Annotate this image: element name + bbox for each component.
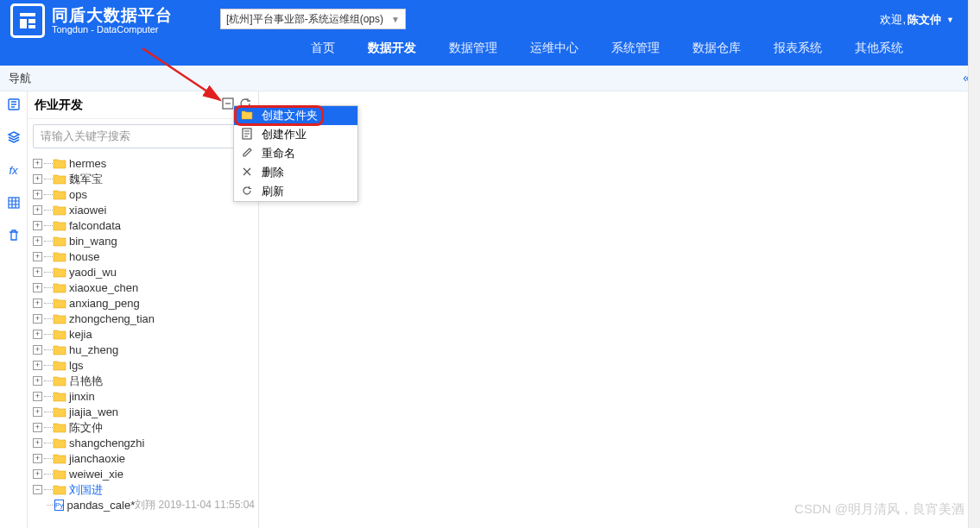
folder-icon <box>53 251 66 262</box>
folder-icon <box>53 267 66 278</box>
sidebar-title-bar: 作业开发 <box>28 91 258 119</box>
tree-folder[interactable]: +jinxin <box>33 388 255 404</box>
collapse-icon[interactable]: − <box>33 485 42 494</box>
tree-folder[interactable]: +xiaowei <box>33 202 255 217</box>
doc-icon <box>241 128 253 142</box>
tree-folder[interactable]: +hermes <box>33 155 255 171</box>
nav-ops-center[interactable]: 运维中心 <box>530 41 579 56</box>
expand-icon[interactable]: + <box>33 252 42 261</box>
folder-icon <box>53 484 66 495</box>
tree-folder[interactable]: +kejia <box>33 326 255 342</box>
tree-file[interactable]: Pypandas_cale* 刘翔 2019-11-04 11:55:04 <box>33 497 255 512</box>
expand-icon[interactable]: + <box>33 283 42 292</box>
ctx-refresh[interactable]: 刷新 <box>234 182 357 201</box>
left-rail: fx <box>0 91 28 528</box>
expand-icon[interactable]: + <box>33 438 42 448</box>
folder-tree: +hermes+魏军宝+ops+xiaowei+falcondata+bin_w… <box>28 154 258 528</box>
folder-icon <box>53 158 66 169</box>
tree-folder[interactable]: +ops <box>33 186 255 202</box>
tree-folder[interactable]: +zhongcheng_tian <box>33 311 255 326</box>
org-selector[interactable]: [杭州]平台事业部-系统运维组(ops) ▼ <box>220 9 406 29</box>
rail-grid-icon[interactable] <box>6 195 22 211</box>
expand-icon[interactable]: + <box>33 423 42 432</box>
folder-icon <box>53 406 66 418</box>
main-nav: 首页 数据开发 数据管理 运维中心 系统管理 数据仓库 报表系统 其他系统 <box>311 31 903 66</box>
expand-icon[interactable]: + <box>33 407 42 417</box>
tree-folder[interactable]: +bin_wang <box>33 233 255 248</box>
expand-icon[interactable]: + <box>33 330 42 339</box>
chevron-down-icon: ▼ <box>391 15 400 24</box>
tree-folder[interactable]: +魏军宝 <box>33 171 255 186</box>
expand-icon[interactable]: + <box>33 159 42 168</box>
tree-folder[interactable]: +falcondata <box>33 217 255 233</box>
expand-icon[interactable]: + <box>33 392 42 401</box>
nav-data-warehouse[interactable]: 数据仓库 <box>692 41 741 56</box>
folder-icon <box>53 422 66 433</box>
nav-header-title: 导航 <box>9 71 31 86</box>
collapse-tree-icon[interactable] <box>222 97 234 112</box>
rail-fx-icon[interactable]: fx <box>6 162 22 178</box>
tree-folder[interactable]: +陈文仲 <box>33 419 255 435</box>
rail-trash-icon[interactable] <box>6 228 22 243</box>
brand-title-cn: 同盾大数据平台 <box>52 7 173 25</box>
expand-icon[interactable]: + <box>33 267 42 277</box>
expand-icon[interactable]: + <box>33 205 42 215</box>
expand-icon[interactable]: + <box>33 221 42 230</box>
refresh-icon <box>241 185 253 198</box>
nav-report[interactable]: 报表系统 <box>774 41 822 56</box>
tree-folder[interactable]: +jianchaoxie <box>33 450 255 466</box>
folder-icon <box>53 391 66 402</box>
folder-icon <box>53 360 66 371</box>
expand-icon[interactable]: + <box>33 361 42 370</box>
sidebar-search: 请输入关键字搜索 <box>28 119 258 154</box>
tree-folder[interactable]: +hu_zheng <box>33 342 255 357</box>
folder-icon <box>53 468 66 480</box>
tree-folder[interactable]: +yaodi_wu <box>33 264 255 280</box>
expand-icon[interactable]: + <box>33 454 42 463</box>
context-menu: 创建文件夹 创建作业 重命名 删除 刷新 <box>233 105 358 202</box>
ctx-delete[interactable]: 删除 <box>234 163 357 182</box>
ctx-create-job[interactable]: 创建作业 <box>234 125 357 144</box>
rail-doc-icon[interactable] <box>6 97 22 112</box>
nav-home[interactable]: 首页 <box>311 41 335 56</box>
expand-icon[interactable]: + <box>33 469 42 479</box>
nav-other[interactable]: 其他系统 <box>855 41 903 56</box>
tree-folder[interactable]: +xiaoxue_chen <box>33 280 255 295</box>
folder-icon <box>53 236 66 247</box>
nav-sys-mgmt[interactable]: 系统管理 <box>611 41 660 56</box>
tree-folder[interactable]: +house <box>33 248 255 264</box>
tree-folder[interactable]: +weiwei_xie <box>33 466 255 481</box>
rail-layers-icon[interactable] <box>6 129 22 145</box>
watermark: CSDN @明月清风，良宵美酒 <box>794 501 964 518</box>
user-greeting[interactable]: 欢迎, 陈文仲 ▼ <box>880 12 954 28</box>
rename-icon <box>241 147 253 160</box>
nav-data-mgmt[interactable]: 数据管理 <box>449 41 497 56</box>
expand-icon[interactable]: + <box>33 376 42 386</box>
folder-icon <box>53 375 66 387</box>
expand-icon[interactable]: + <box>33 314 42 324</box>
search-input[interactable]: 请输入关键字搜索 <box>33 124 253 148</box>
chevron-down-icon: ▼ <box>946 16 954 24</box>
expand-icon[interactable]: + <box>33 190 42 199</box>
sidebar: 作业开发 请输入关键字搜索 +hermes+魏军宝+ops+xiaowei+fa… <box>28 91 259 528</box>
folder-icon <box>53 220 66 231</box>
ctx-rename[interactable]: 重命名 <box>234 144 357 163</box>
expand-icon[interactable]: + <box>33 345 42 355</box>
tree-folder[interactable]: +lgs <box>33 357 255 373</box>
tree-folder[interactable]: +shangchengzhi <box>33 435 255 450</box>
page-scrollbar[interactable] <box>968 0 980 528</box>
main-content <box>259 91 980 528</box>
search-placeholder: 请输入关键字搜索 <box>41 129 130 144</box>
expand-icon[interactable]: + <box>33 236 42 246</box>
nav-data-dev[interactable]: 数据开发 <box>368 41 416 56</box>
tree-folder[interactable]: +jiajia_wen <box>33 404 255 419</box>
expand-icon[interactable]: + <box>33 174 42 184</box>
folder-icon <box>53 189 66 200</box>
tree-folder-expanded[interactable]: −刘国进 <box>33 481 255 497</box>
expand-icon[interactable]: + <box>33 299 42 308</box>
folder-icon <box>241 110 253 123</box>
folder-icon <box>53 344 66 355</box>
tree-folder[interactable]: +吕艳艳 <box>33 373 255 388</box>
ctx-create-folder[interactable]: 创建文件夹 <box>234 106 357 125</box>
tree-folder[interactable]: +anxiang_peng <box>33 295 255 311</box>
